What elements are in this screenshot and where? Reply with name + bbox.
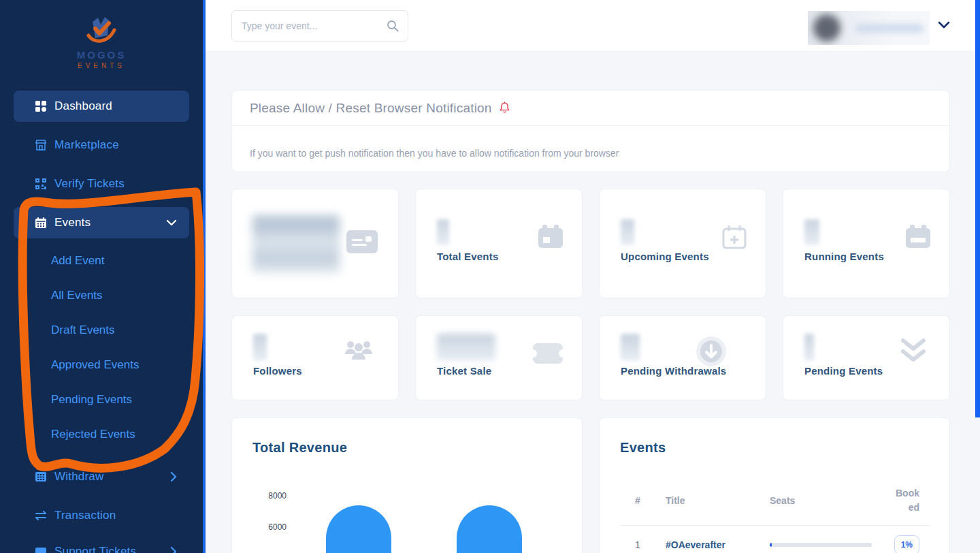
- sidebar-item-verify-tickets[interactable]: Verify Tickets: [14, 168, 189, 200]
- chevron-right-icon: [170, 471, 177, 482]
- sidebar: MOGOS EVENTS Dashboard Marketplace Verif…: [0, 0, 206, 553]
- qr-code-icon: [34, 177, 48, 191]
- revenue-bar: [326, 505, 391, 553]
- sidebar-item-label: Withdraw: [54, 470, 103, 484]
- chevron-down-icon: [166, 219, 177, 226]
- events-table-card: Events # Title Seats Booked 1 #OAeveraft…: [599, 417, 950, 553]
- sidebar-subitem-approved-events[interactable]: Approved Events: [14, 349, 189, 381]
- search-icon[interactable]: [386, 19, 399, 33]
- users-icon: [344, 338, 374, 366]
- user-menu-chevron-down-icon[interactable]: [938, 21, 950, 29]
- brand-logo: MOGOS EVENTS: [0, 15, 203, 69]
- stat-card-pending-withdrawals: Pending Withdrawals: [599, 315, 766, 400]
- withdraw-grid-icon: [34, 470, 48, 484]
- col-header-num: #: [635, 495, 666, 506]
- events-table-title: Events: [620, 440, 666, 456]
- stat-card-followers: Followers: [231, 315, 399, 400]
- revenue-bar: [457, 505, 522, 553]
- circle-arrow-down-icon: [696, 336, 726, 369]
- col-header-seats: Seats: [770, 495, 872, 506]
- sidebar-item-dashboard[interactable]: Dashboard: [14, 91, 189, 122]
- stat-card-ticket-sale: Ticket Sale: [415, 315, 583, 400]
- brand-tagline: EVENTS: [0, 62, 203, 69]
- stat-label: Followers: [253, 365, 302, 377]
- seats-progress-bar: [770, 543, 872, 547]
- calendar-icon: [34, 216, 48, 230]
- sidebar-item-label: Events: [54, 216, 91, 230]
- sidebar-item-events[interactable]: Events: [14, 207, 189, 238]
- subitem-label: Approved Events: [51, 358, 139, 372]
- calendar-plus-icon: [722, 225, 747, 252]
- transfer-arrows-icon: [34, 509, 48, 522]
- stat-label: Pending Events: [804, 365, 883, 377]
- booked-percent-badge: 1%: [894, 535, 919, 553]
- sidebar-item-withdraw[interactable]: Withdraw: [14, 461, 189, 492]
- chevron-right-icon: [170, 546, 177, 553]
- subitem-label: Rejected Events: [51, 428, 135, 441]
- app-root: MOGOS EVENTS Dashboard Marketplace Verif…: [0, 0, 980, 553]
- sidebar-item-label: Transaction: [54, 509, 116, 522]
- redacted-value: [437, 334, 495, 361]
- brand-logo-icon: [80, 15, 122, 48]
- user-name-redacted: [855, 24, 924, 33]
- avatar: [813, 14, 840, 42]
- event-title-link[interactable]: #OAeverafter: [666, 539, 770, 550]
- stat-label: Upcoming Events: [621, 251, 709, 262]
- subitem-label: Add Event: [51, 254, 104, 268]
- sidebar-subitem-rejected-events[interactable]: Rejected Events: [14, 419, 189, 450]
- sidebar-item-label: Verify Tickets: [54, 177, 125, 191]
- notification-title: Please Allow / Reset Browser Notificatio…: [250, 101, 492, 116]
- redacted-value: [804, 219, 819, 245]
- col-header-title: Title: [666, 495, 770, 506]
- y-axis-tick-label: 6000: [246, 522, 287, 532]
- stat-card-running-events: Running Events: [783, 189, 950, 298]
- seats-progress-fill: [770, 543, 772, 547]
- dashboard-icon: [34, 99, 48, 113]
- browser-notification-banner: Please Allow / Reset Browser Notificatio…: [231, 90, 950, 172]
- id-card-icon: [346, 230, 378, 256]
- calendar-bar-icon: [906, 225, 930, 251]
- sidebar-item-support-tickets[interactable]: Support Tickets: [14, 536, 189, 553]
- event-search: [231, 10, 408, 42]
- stat-label: Total Events: [437, 251, 498, 262]
- calendar-solid-icon: [538, 225, 563, 251]
- row-index: 1: [635, 539, 666, 550]
- stat-card-total-events: Total Events: [415, 189, 583, 298]
- stat-card-profile: [231, 189, 399, 298]
- stat-label: Running Events: [804, 251, 884, 262]
- total-revenue-card: Total Revenue 80006000: [231, 417, 583, 553]
- redacted-value: [804, 334, 814, 361]
- events-table-header: # Title Seats Booked: [635, 486, 919, 515]
- redacted-value: [437, 219, 449, 245]
- sidebar-subitem-draft-events[interactable]: Draft Events: [14, 315, 189, 346]
- sidebar-subitem-add-event[interactable]: Add Event: [14, 245, 189, 276]
- bell-icon[interactable]: [499, 101, 510, 114]
- sidebar-subitem-all-events[interactable]: All Events: [14, 280, 189, 311]
- search-input[interactable]: [242, 20, 386, 31]
- main-content: Please Allow / Reset Browser Notificatio…: [206, 52, 980, 553]
- sidebar-item-label: Marketplace: [54, 138, 119, 152]
- table-divider: [620, 525, 929, 526]
- support-ticket-icon: [34, 545, 48, 553]
- revenue-bar-chart: 80006000: [232, 418, 582, 553]
- y-axis-tick-label: 8000: [246, 491, 287, 501]
- brand-name: MOGOS: [0, 49, 203, 61]
- sidebar-item-marketplace[interactable]: Marketplace: [14, 129, 189, 161]
- stat-label: Ticket Sale: [437, 365, 491, 377]
- redacted-value: [252, 215, 340, 274]
- subitem-label: All Events: [51, 289, 103, 302]
- user-menu[interactable]: [808, 11, 930, 45]
- scrollbar-thumb[interactable]: [975, 0, 980, 417]
- col-header-booked: Booked: [891, 486, 919, 515]
- redacted-value: [621, 219, 634, 245]
- stat-card-pending-events: Pending Events: [783, 315, 950, 400]
- storefront-icon: [34, 138, 48, 152]
- sidebar-item-transaction[interactable]: Transaction: [14, 500, 189, 531]
- subitem-label: Pending Events: [51, 393, 132, 407]
- subitem-label: Draft Events: [51, 323, 115, 337]
- sidebar-subitem-pending-events[interactable]: Pending Events: [14, 384, 189, 415]
- stat-card-upcoming-events: Upcoming Events: [599, 189, 766, 298]
- redacted-value: [253, 334, 267, 361]
- redacted-value: [621, 334, 640, 361]
- double-chevron-down-icon: [899, 335, 928, 368]
